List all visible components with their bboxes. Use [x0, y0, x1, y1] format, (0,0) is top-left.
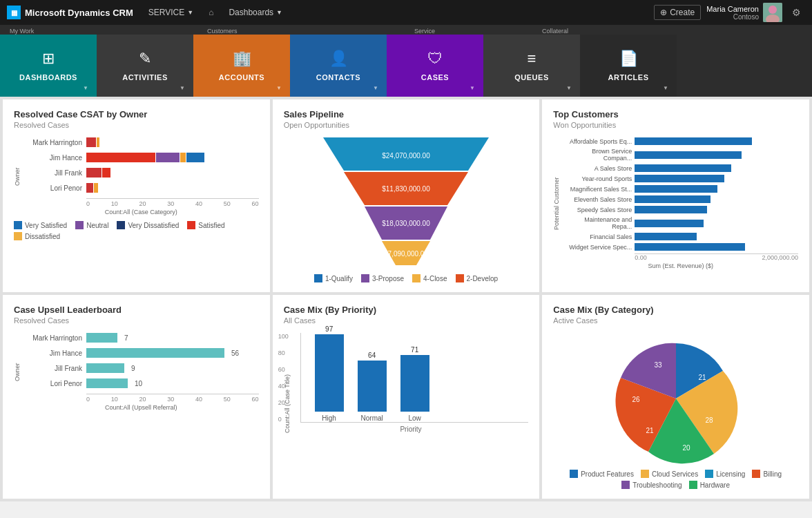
tile-queues[interactable]: ≡ QUEUES ▼	[483, 35, 580, 97]
legend-very-dissatisfied: Very Dissatisfied	[117, 221, 179, 229]
svg-text:33: 33	[654, 361, 662, 369]
vbar-low	[400, 355, 429, 412]
tc-bar	[635, 137, 752, 145]
tc-bar	[635, 164, 731, 172]
csat-row-lori: Lori Penor	[23, 184, 82, 192]
dashboards-tile-icon: ⊞	[42, 50, 55, 68]
tile-activities[interactable]: ✎ ACTIVITIES ▼	[97, 35, 193, 97]
legend-licensing: Licensing	[705, 470, 745, 478]
tc-bar	[635, 151, 742, 159]
settings-icon[interactable]: ⚙	[788, 7, 805, 18]
category-subtitle: Active Cases	[553, 316, 798, 325]
nav-dashboards[interactable]: Dashboards ▼	[220, 0, 291, 25]
legend-color	[14, 221, 22, 229]
bar-seg	[102, 168, 110, 178]
legend-color	[75, 221, 84, 229]
tc-row: Year-round Sports	[563, 175, 798, 182]
legend-propose: 3-Propose	[361, 274, 404, 282]
tc-row: Maintenance and Repa...	[563, 216, 798, 230]
legend-close: 4-Close	[412, 274, 447, 282]
tile-contacts[interactable]: 👤 CONTACTS ▼	[290, 35, 387, 97]
priority-bar-low: 71 Low	[400, 346, 429, 422]
legend-hardware: Hardware	[689, 481, 730, 489]
legend-color	[117, 221, 125, 229]
svg-text:$7,090,000.00: $7,090,000.00	[384, 250, 428, 258]
upsell-row-lori: Lori Penor 10	[23, 378, 259, 388]
legend-color	[361, 274, 369, 282]
tile-articles[interactable]: 📄 ARTICLES ▼	[580, 35, 677, 97]
tc-row: Affordable Sports Eq...	[563, 137, 798, 145]
tc-row: A Sales Store	[563, 164, 798, 172]
cases-tile-caret: ▼	[470, 85, 475, 91]
section-service: Service	[407, 28, 535, 35]
csat-x-label: Count:All (Case Category)	[23, 209, 259, 215]
contacts-tile-icon: 👤	[329, 50, 348, 68]
upsell-y-label: Owner	[14, 333, 21, 411]
tc-row: Widget Service Spec...	[563, 243, 798, 251]
bar-seg	[86, 168, 102, 178]
section-collateral: Collateral	[535, 28, 568, 35]
category-title: Case Mix (By Category)	[553, 305, 798, 315]
dashboards-caret-icon: ▼	[276, 9, 282, 16]
tc-axis-min: 0.00	[635, 254, 647, 261]
tile-dashboards[interactable]: ⊞ DASHBOARDS ▼	[0, 35, 97, 97]
create-button[interactable]: ⊕ Create	[654, 5, 701, 20]
legend-color	[705, 470, 713, 478]
bar-seg	[180, 153, 186, 162]
upsell-bar	[86, 333, 117, 343]
accounts-tile-caret: ▼	[276, 85, 282, 91]
legend-color	[641, 470, 649, 478]
ms-logo-icon: ▦	[7, 6, 21, 19]
bar-seg	[186, 153, 204, 162]
nav-right: ⊕ Create Maria Cameron Contoso ⚙	[654, 3, 805, 22]
user-avatar	[763, 3, 782, 22]
csat-x-axis	[86, 198, 259, 199]
csat-axis-labels: 0102030405060	[86, 200, 259, 207]
tc-row: Eleventh Sales Store	[563, 195, 798, 203]
svg-text:26: 26	[632, 396, 640, 403]
legend-color	[187, 221, 195, 229]
dashboard-grid: Resolved Case CSAT by Owner Resolved Cas…	[0, 97, 812, 501]
csat-chart-card: Resolved Case CSAT by Owner Resolved Cas…	[3, 99, 270, 292]
tc-bar	[635, 185, 717, 193]
bar-seg	[86, 137, 96, 147]
tc-bar	[635, 243, 745, 251]
nav-service[interactable]: SERVICE ▼	[140, 0, 202, 25]
category-pie-svg: 21 28 20 21 26 33	[607, 333, 745, 464]
upsell-bar	[86, 378, 128, 388]
legend-cloud-services: Cloud Services	[641, 470, 698, 478]
priority-subtitle: All Cases	[284, 316, 529, 325]
category-chart-card: Case Mix (By Category) Active Cases 21 2…	[542, 295, 809, 499]
legend-neutral: Neutral	[75, 221, 108, 229]
app-logo[interactable]: ▦ Microsoft Dynamics CRM	[7, 6, 133, 19]
queues-tile-label: QUEUES	[514, 73, 548, 81]
upsell-title: Case Upsell Leaderboard	[14, 305, 259, 315]
tile-cases[interactable]: 🛡 CASES ▼	[387, 35, 483, 97]
tiles-navigation: ⊞ DASHBOARDS ▼ ✎ ACTIVITIES ▼ 🏢 ACCOUNTS…	[0, 35, 812, 97]
upsell-x-axis	[86, 394, 259, 394]
category-legend: Product Features Cloud Services Licensin…	[553, 470, 798, 489]
queues-tile-icon: ≡	[528, 50, 536, 68]
app-name: Microsoft Dynamics CRM	[25, 8, 133, 18]
section-my-work: My Work	[0, 28, 97, 35]
legend-satisfied: Satisfied	[187, 221, 224, 229]
activities-tile-label: ACTIVITIES	[122, 73, 168, 81]
tc-x-label: Sum (Est. Revenue) ($)	[563, 262, 798, 269]
legend-color	[412, 274, 420, 282]
create-icon: ⊕	[660, 8, 667, 17]
upsell-bar	[86, 348, 224, 358]
tc-row: Brown Service Compan...	[563, 148, 798, 162]
tc-row: Financial Sales	[563, 233, 798, 240]
bar-seg	[97, 137, 99, 147]
nav-home-icon[interactable]: ⌂	[202, 8, 220, 17]
upsell-bar	[86, 363, 124, 373]
top-navigation: ▦ Microsoft Dynamics CRM SERVICE ▼ ⌂ Das…	[0, 0, 812, 25]
priority-title: Case Mix (By Priority)	[284, 305, 529, 315]
dashboards-tile-label: DASHBOARDS	[19, 73, 77, 81]
legend-develop: 2-Develop	[456, 274, 499, 282]
activities-tile-caret: ▼	[180, 85, 185, 91]
svg-text:21: 21	[698, 374, 706, 381]
upsell-chart-card: Case Upsell Leaderboard Resolved Cases O…	[3, 295, 270, 499]
pipeline-chart-card: Sales Pipeline Open Opportunities $24,07…	[273, 99, 540, 292]
tile-accounts[interactable]: 🏢 ACCOUNTS ▼	[193, 35, 290, 97]
